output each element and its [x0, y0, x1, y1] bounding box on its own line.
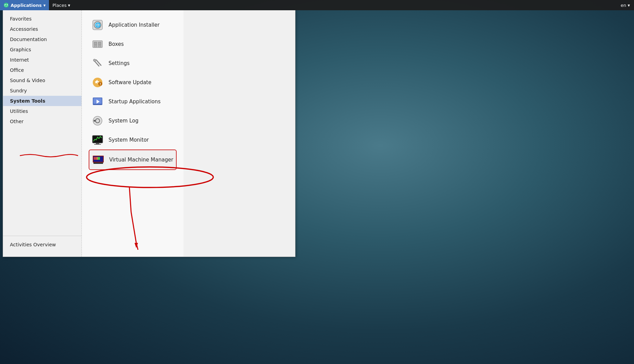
places-arrow: ▾	[68, 3, 71, 8]
svg-point-0	[4, 3, 9, 8]
svg-rect-11	[98, 42, 101, 45]
app-icon-virt-manager	[92, 154, 104, 166]
svg-point-26	[94, 120, 96, 122]
sidebar-item-graphics[interactable]: Graphics	[3, 44, 81, 55]
places-label: Places	[52, 3, 66, 8]
app-icon-installer: 🌐	[91, 19, 104, 31]
sidebar-item-favorites[interactable]: Favorites	[3, 14, 81, 24]
app-label-startup-apps: Startup Applications	[109, 99, 161, 105]
sidebar-item-office[interactable]: Office	[3, 65, 81, 75]
gnome-icon	[3, 2, 9, 8]
activities-overview-button[interactable]: Activities Overview	[3, 239, 81, 250]
svg-point-4	[6, 6, 7, 6]
applications-menu-panel: Favorites Accessories Documentation Grap…	[3, 10, 295, 257]
app-icon-settings	[91, 57, 104, 69]
app-icon-system-monitor	[91, 134, 104, 146]
app-item-startup-apps[interactable]: Startup Applications	[89, 92, 177, 111]
app-label-boxes: Boxes	[109, 41, 124, 47]
content-area: 🌐 Application Installer Boxes	[82, 10, 183, 257]
svg-point-1	[5, 4, 6, 5]
app-icon-boxes	[91, 38, 104, 50]
app-item-settings[interactable]: Settings	[89, 54, 177, 73]
sidebar-item-utilities[interactable]: Utilities	[3, 106, 81, 116]
svg-rect-31	[94, 144, 101, 145]
sidebar-footer: Activities Overview	[3, 236, 81, 253]
places-menu-button[interactable]: Places ▾	[49, 0, 74, 10]
topbar: Applications ▾ Places ▾ en ▾	[0, 0, 634, 10]
svg-rect-30	[96, 143, 99, 144]
app-icon-software-update: !	[91, 76, 104, 89]
app-label-system-monitor: System Monitor	[109, 137, 149, 143]
svg-text:🌐: 🌐	[95, 22, 101, 28]
svg-rect-38	[99, 157, 100, 160]
svg-rect-39	[93, 162, 103, 164]
svg-rect-35	[95, 157, 97, 160]
app-item-system-log[interactable]: System Log	[89, 111, 177, 130]
svg-point-5	[7, 5, 8, 6]
svg-rect-34	[94, 157, 95, 160]
sidebar-item-system-tools[interactable]: System Tools	[3, 96, 81, 106]
svg-rect-13	[98, 46, 101, 47]
svg-point-2	[7, 4, 8, 5]
app-label-system-log: System Log	[109, 118, 139, 124]
svg-point-3	[4, 5, 5, 6]
svg-point-16	[93, 59, 96, 61]
app-item-installer[interactable]: 🌐 Application Installer	[89, 15, 177, 35]
app-item-virt-manager[interactable]: Virtual Machine Manager	[89, 150, 177, 170]
sidebar-item-accessories[interactable]: Accessories	[3, 24, 81, 34]
sidebar-main-items: Favorites Accessories Documentation Grap…	[3, 14, 81, 236]
svg-rect-12	[94, 46, 97, 47]
sidebar-item-other[interactable]: Other	[3, 116, 81, 127]
sidebar: Favorites Accessories Documentation Grap…	[3, 10, 82, 257]
svg-text:!: !	[100, 82, 101, 86]
locale-indicator[interactable]: en ▾	[621, 3, 634, 8]
sidebar-item-sound-video[interactable]: Sound & Video	[3, 75, 81, 86]
app-icon-system-log	[91, 115, 104, 127]
app-item-boxes[interactable]: Boxes	[89, 35, 177, 54]
app-label-virt-manager: Virtual Machine Manager	[109, 157, 173, 163]
applications-label: Applications	[11, 3, 42, 8]
svg-rect-23	[93, 104, 102, 105]
applications-arrow: ▾	[43, 3, 46, 8]
sidebar-item-sundry[interactable]: Sundry	[3, 86, 81, 96]
svg-rect-37	[98, 157, 99, 160]
applications-menu-button[interactable]: Applications ▾	[0, 0, 49, 10]
app-item-software-update[interactable]: ! Software Update	[89, 73, 177, 92]
sidebar-item-documentation[interactable]: Documentation	[3, 34, 81, 44]
app-icon-startup-apps	[91, 95, 104, 108]
app-label-settings: Settings	[109, 60, 130, 66]
sidebar-item-internet[interactable]: Internet	[3, 55, 81, 65]
app-label-software-update: Software Update	[109, 79, 151, 86]
app-label-installer: Application Installer	[109, 22, 160, 28]
app-item-system-monitor[interactable]: System Monitor	[89, 130, 177, 150]
svg-line-15	[96, 60, 101, 65]
svg-rect-10	[94, 42, 97, 45]
svg-rect-36	[97, 157, 98, 160]
